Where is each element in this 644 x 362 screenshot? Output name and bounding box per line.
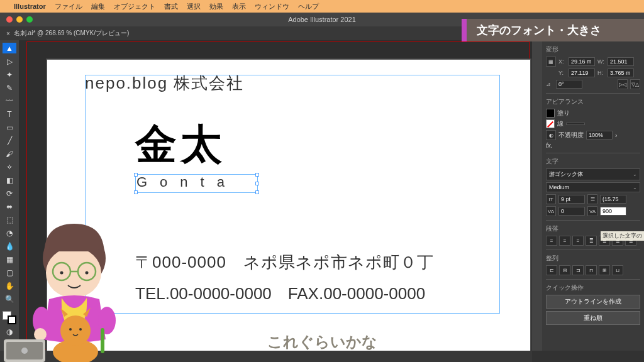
valign-bottom-icon[interactable]: ⊔ (612, 265, 623, 275)
selection-tool[interactable]: ▲ (3, 43, 16, 53)
chevron-right-icon[interactable]: › (615, 132, 617, 139)
properties-panel: テキスト 変形 ▦ X:29.16 m W:21.501 Y:27.119 H:… (532, 26, 644, 351)
angle-label: ⊿ (546, 81, 553, 87)
menu-help[interactable]: ヘルプ (298, 2, 319, 11)
pen-tool[interactable]: ✎ (3, 82, 16, 93)
handle-tr[interactable] (255, 173, 259, 177)
valign-middle-icon[interactable]: ⊞ (599, 265, 610, 275)
zoom-tool[interactable]: 🔍 (3, 294, 16, 305)
w-label: W: (597, 58, 605, 65)
x-input[interactable]: 29.16 m (569, 57, 595, 66)
menu-effect[interactable]: 効果 (209, 2, 223, 11)
font-family-dropdown[interactable]: 游ゴシック体 (546, 168, 640, 180)
ref-point-icon[interactable]: ▦ (546, 57, 556, 67)
type-tool[interactable]: T (3, 109, 16, 119)
rectangle-tool[interactable]: ▭ (3, 122, 16, 133)
caption: これぐらいかな (267, 332, 377, 352)
y-label: Y: (558, 70, 566, 76)
line-tool[interactable]: ╱ (3, 135, 16, 146)
menu-edit[interactable]: 編集 (91, 2, 105, 11)
window-close[interactable] (6, 16, 13, 23)
halign-right-icon[interactable]: ⊐ (572, 265, 584, 275)
fx-label[interactable]: fx. (546, 142, 553, 149)
workarea: ▲ ▷ ✦ ✎ 〰 T ▭ ╱ 🖌 ✧ ◧ ⟳ ⬌ ⬚ ◔ 💧 ▦ ▢ ✋ 🔍 … (0, 40, 532, 351)
panel-icon-strip[interactable] (532, 26, 542, 351)
valign-top-icon[interactable]: ⊓ (586, 265, 597, 275)
appearance-title: アピアランス (546, 97, 640, 106)
menu-file[interactable]: ファイル (55, 2, 82, 11)
menu-type[interactable]: 書式 (164, 2, 178, 11)
justify-left-icon[interactable]: ≣ (586, 236, 597, 246)
angle-input[interactable]: 0° (556, 80, 582, 89)
align-right-icon[interactable]: ≡ (572, 236, 584, 246)
window-minimize[interactable] (16, 16, 23, 23)
menu-select[interactable]: 選択 (187, 2, 201, 11)
align-buttons: ⊏ ⊟ ⊐ ⊓ ⊞ ⊔ (546, 265, 640, 275)
kerning-input[interactable]: 0 (558, 207, 585, 216)
draw-mode[interactable]: ◑ (3, 327, 16, 337)
screen-mode[interactable]: ⛶ (3, 340, 16, 351)
halign-center-icon[interactable]: ⊟ (559, 265, 570, 275)
w-input[interactable]: 21.501 (608, 57, 634, 66)
menu-window[interactable]: ウィンドウ (255, 2, 289, 11)
window-zoom[interactable] (26, 16, 33, 23)
x-label: X: (558, 58, 566, 65)
selection-status: 選択 (25, 352, 38, 361)
eyedropper-tool[interactable]: 💧 (3, 241, 16, 252)
status-bar: 選択 (0, 351, 532, 362)
paintbrush-tool[interactable]: 🖌 (3, 148, 16, 159)
shaper-tool[interactable]: ✧ (3, 162, 16, 172)
fill-swatch[interactable] (546, 109, 555, 118)
magic-wand-tool[interactable]: ✦ (3, 69, 16, 80)
selection-box[interactable] (135, 174, 258, 193)
handle-tl[interactable] (134, 173, 138, 177)
tracking-input[interactable]: 900 (600, 207, 626, 216)
canvas[interactable]: nepo.blog 株式会社 金太 Gonta 〒000-0000 ネポ県ネポ市… (19, 40, 532, 351)
width-tool[interactable]: ⬌ (3, 202, 16, 212)
handle-bl[interactable] (134, 190, 138, 194)
h-input[interactable]: 3.765 m (608, 69, 634, 77)
align-center-icon[interactable]: ≡ (559, 236, 570, 246)
eraser-tool[interactable]: ◧ (3, 175, 16, 185)
free-transform-tool[interactable]: ⬚ (3, 215, 16, 226)
address-text[interactable]: 〒000-0000 ネポ県ネポ市ネポ町０丁 (135, 251, 434, 273)
handle-br[interactable] (255, 190, 259, 194)
character-title: 文字 (546, 157, 640, 166)
rotate-tool[interactable]: ⟳ (3, 189, 16, 199)
gradient-tool[interactable]: ▦ (3, 255, 16, 265)
flip-h-icon[interactable]: ▷◁ (618, 79, 628, 89)
tab-label: 名刺.ai* @ 268.69 % (CMYK/プレビュー) (14, 29, 130, 38)
leading-icon: ☰ (587, 194, 597, 204)
company-text[interactable]: nepo.blog 株式会社 (85, 72, 244, 94)
stroke-weight-input[interactable] (566, 123, 585, 125)
app-name[interactable]: Illustrator (14, 3, 46, 10)
toolbar: ▲ ▷ ✦ ✎ 〰 T ▭ ╱ 🖌 ✧ ◧ ⟳ ⬌ ⬚ ◔ 💧 ▦ ▢ ✋ 🔍 … (0, 40, 19, 351)
align-title: 整列 (546, 254, 640, 263)
artboard-tool[interactable]: ▢ (3, 268, 16, 278)
leading-input[interactable]: (15.75 (600, 195, 626, 204)
contact-text[interactable]: TEL.00-0000-0000 FAX.00-0000-0000 (135, 283, 425, 305)
direct-selection-tool[interactable]: ▷ (3, 56, 16, 67)
kerning-icon: VA (546, 206, 556, 216)
flip-v-icon[interactable]: ▽△ (630, 79, 640, 89)
arrange-button[interactable]: 重ね順 (546, 311, 640, 325)
hand-tool[interactable]: ✋ (3, 281, 16, 292)
create-outlines-button[interactable]: アウトラインを作成 (546, 295, 640, 309)
halign-left-icon[interactable]: ⊏ (546, 265, 557, 275)
tab-close-icon[interactable]: × (6, 30, 10, 37)
stroke-swatch[interactable] (546, 119, 555, 128)
name-jp-text[interactable]: 金太 (135, 116, 226, 173)
menu-view[interactable]: 表示 (232, 2, 246, 11)
align-left-icon[interactable]: ≡ (546, 236, 557, 246)
color-swatches[interactable] (3, 311, 16, 324)
menu-object[interactable]: オブジェクト (114, 2, 155, 11)
handle-mr[interactable] (255, 182, 259, 185)
opacity-input[interactable]: 100% (586, 131, 613, 140)
curvature-tool[interactable]: 〰 (3, 96, 16, 106)
artboard[interactable]: nepo.blog 株式会社 金太 Gonta 〒000-0000 ネポ県ネポ市… (47, 59, 531, 351)
shape-builder-tool[interactable]: ◔ (3, 228, 16, 239)
font-weight-dropdown[interactable]: Medium (546, 182, 640, 192)
font-size-input[interactable]: 9 pt (558, 195, 585, 204)
fill-label: 塗り (557, 109, 570, 118)
y-input[interactable]: 27.119 (569, 69, 595, 77)
